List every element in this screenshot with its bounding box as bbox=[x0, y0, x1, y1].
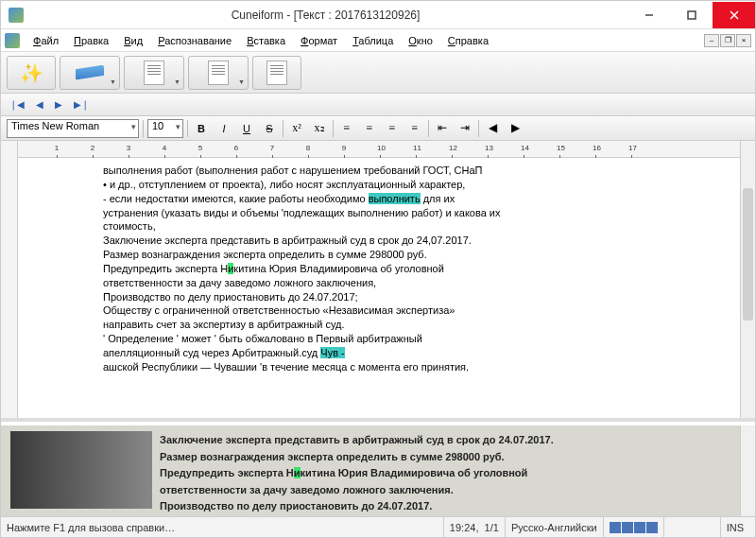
text-line[interactable]: - если недостатки имеются, какие работы … bbox=[103, 192, 730, 206]
first-page-button[interactable]: ❘◀ bbox=[7, 97, 27, 112]
scrollbar-thumb[interactable] bbox=[743, 188, 753, 321]
status-bar: Нажмите F1 для вызова справки… 19:24, 1/… bbox=[1, 516, 755, 537]
ruler-tick: 15 bbox=[557, 144, 562, 152]
status-language[interactable]: Русско-Английски bbox=[505, 517, 603, 537]
minimize-button[interactable] bbox=[627, 2, 670, 28]
recognize-button[interactable] bbox=[252, 56, 301, 90]
status-view-icons[interactable] bbox=[603, 517, 663, 537]
text-line[interactable]: апелляционный суд через Арбитражный.суд … bbox=[103, 346, 730, 360]
text-editor[interactable]: выполнения работ (выполнения работ с нар… bbox=[18, 158, 740, 418]
view-icon[interactable] bbox=[622, 522, 633, 533]
bold-button[interactable]: B bbox=[192, 119, 211, 138]
strike-button[interactable]: S bbox=[260, 119, 279, 138]
menu-распознавание[interactable]: Распознавание bbox=[150, 32, 239, 49]
superscript-button[interactable]: x² bbox=[287, 119, 306, 138]
view-icon[interactable] bbox=[610, 522, 621, 533]
recognize-icon bbox=[266, 61, 287, 85]
text-line[interactable]: Предупредить эксперта Никитина Юрия Влад… bbox=[103, 262, 730, 276]
open-button[interactable]: ▼ bbox=[124, 56, 184, 90]
align-left-button[interactable]: ≡ bbox=[337, 119, 356, 138]
horizontal-ruler[interactable]: 1234567891011121314151617 bbox=[18, 141, 740, 158]
text-line[interactable]: Заключение эксперта представить в арбитр… bbox=[103, 234, 730, 248]
text-line[interactable]: устранения (указать виды и объемы 'подле… bbox=[103, 206, 730, 220]
menu-файл[interactable]: Файл bbox=[26, 32, 66, 49]
align-justify-button[interactable]: ≡ bbox=[405, 119, 424, 138]
window-title: Cuneiform - [Текст : 2017613120926] bbox=[24, 9, 627, 22]
next-page-button[interactable]: ▶ bbox=[52, 97, 65, 112]
ruler-tick: 3 bbox=[126, 144, 131, 152]
ruler-tick: 7 bbox=[269, 144, 275, 152]
editor-scrollbar[interactable] bbox=[740, 141, 755, 418]
wand-icon: ✨ bbox=[20, 61, 43, 84]
mdi-close-button[interactable]: × bbox=[736, 34, 751, 47]
text-line[interactable]: ашской Республики — Чувашии 'в течение м… bbox=[103, 360, 730, 374]
next-uncertain-button[interactable]: ▶ bbox=[506, 119, 524, 138]
menu-формат[interactable]: Формат bbox=[293, 32, 345, 49]
indent-decrease-button[interactable]: ⇤ bbox=[433, 119, 452, 138]
text-line[interactable]: Размер вознаграждения эксперта определит… bbox=[103, 248, 730, 262]
ruler-tick: 5 bbox=[198, 144, 203, 152]
prev-uncertain-button[interactable]: ◀ bbox=[483, 119, 502, 138]
subscript-button[interactable]: x₂ bbox=[310, 119, 329, 138]
svg-rect-0 bbox=[688, 11, 696, 19]
text-line[interactable]: направить счет за экспертизу в арбитражн… bbox=[103, 318, 730, 332]
maximize-button[interactable] bbox=[670, 2, 713, 28]
menu-правка[interactable]: Правка bbox=[66, 32, 116, 49]
app-icon bbox=[9, 8, 24, 23]
source-image-view[interactable]: Заключение эксперта представить в арбитр… bbox=[1, 425, 740, 516]
text-line[interactable]: ' Определение ' может ' быть обжаловано … bbox=[103, 332, 730, 346]
menu-app-icon bbox=[5, 33, 20, 48]
view-icon[interactable] bbox=[634, 522, 645, 533]
font-size-combo[interactable]: 10 bbox=[147, 119, 183, 138]
mdi-restore-button[interactable]: ❐ bbox=[720, 34, 735, 47]
uncertain-word[interactable]: выполнить bbox=[369, 193, 421, 204]
ruler-tick: 14 bbox=[521, 144, 526, 152]
image-pane: Заключение эксперта представить в арбитр… bbox=[1, 422, 755, 516]
last-page-button[interactable]: ▶❘ bbox=[71, 97, 92, 112]
title-bar[interactable]: Cuneiform - [Текст : 2017613120926] bbox=[1, 1, 755, 29]
menu-справка[interactable]: Справка bbox=[440, 32, 496, 49]
status-empty bbox=[663, 517, 720, 537]
align-center-button[interactable]: ≡ bbox=[360, 119, 379, 138]
text-line[interactable]: Производство по делу приостановить до 24… bbox=[103, 290, 730, 304]
italic-button[interactable]: I bbox=[215, 119, 233, 138]
ruler-tick: 4 bbox=[162, 144, 167, 152]
prev-page-button[interactable]: ◀ bbox=[33, 97, 46, 112]
menu-таблица[interactable]: Таблица bbox=[345, 32, 401, 49]
ruler-tick: 6 bbox=[233, 144, 239, 152]
ruler-tick: 2 bbox=[90, 144, 95, 152]
document-area: 1234567891011121314151617 выполнения раб… bbox=[1, 141, 755, 516]
status-insert-mode[interactable]: INS bbox=[720, 517, 749, 537]
page-icon bbox=[144, 61, 164, 85]
image-scrollbar[interactable] bbox=[740, 425, 755, 516]
text-line[interactable]: выполнения работ (выполнения работ с нар… bbox=[103, 164, 730, 178]
view-icon[interactable] bbox=[646, 522, 658, 533]
status-hint: Нажмите F1 для вызова справки… bbox=[7, 522, 175, 533]
scan-button[interactable]: ▼ bbox=[60, 56, 120, 90]
ruler-tick: 9 bbox=[341, 144, 347, 152]
chevron-down-icon: ▼ bbox=[174, 78, 180, 85]
align-right-button[interactable]: ≡ bbox=[383, 119, 402, 138]
menu-bar: ФайлПравкаВидРаспознаваниеВставкаФорматТ… bbox=[1, 29, 755, 52]
menu-вставка[interactable]: Вставка bbox=[239, 32, 293, 49]
indent-increase-button[interactable]: ⇥ bbox=[455, 119, 474, 138]
uncertain-word[interactable]: Чув - bbox=[320, 347, 344, 358]
menu-окно[interactable]: Окно bbox=[401, 32, 440, 49]
text-line[interactable]: стоимость, bbox=[103, 219, 730, 234]
app-window: Cuneiform - [Текст : 2017613120926] Файл… bbox=[0, 0, 756, 538]
text-line[interactable]: ответственности за дачу заведомо ложного… bbox=[103, 276, 730, 290]
text-line[interactable]: Обществу с ограниченной ответственностью… bbox=[103, 304, 730, 318]
uncertain-char: и bbox=[294, 467, 301, 478]
text-editor-pane: 1234567891011121314151617 выполнения раб… bbox=[1, 141, 755, 422]
font-combo[interactable]: Times New Roman bbox=[7, 119, 139, 138]
wizard-button[interactable]: ✨ bbox=[7, 56, 56, 90]
chevron-down-icon: ▼ bbox=[110, 78, 116, 85]
menu-вид[interactable]: Вид bbox=[116, 32, 150, 49]
mdi-minimize-button[interactable]: – bbox=[704, 34, 719, 47]
close-button[interactable] bbox=[713, 2, 755, 28]
layout-button[interactable]: ▼ bbox=[188, 56, 249, 90]
underline-button[interactable]: U bbox=[237, 119, 256, 138]
vertical-ruler[interactable] bbox=[1, 141, 18, 418]
ruler-tick: 16 bbox=[593, 144, 598, 152]
text-line[interactable]: • и др., отступлением от проекта), либо … bbox=[103, 178, 730, 192]
